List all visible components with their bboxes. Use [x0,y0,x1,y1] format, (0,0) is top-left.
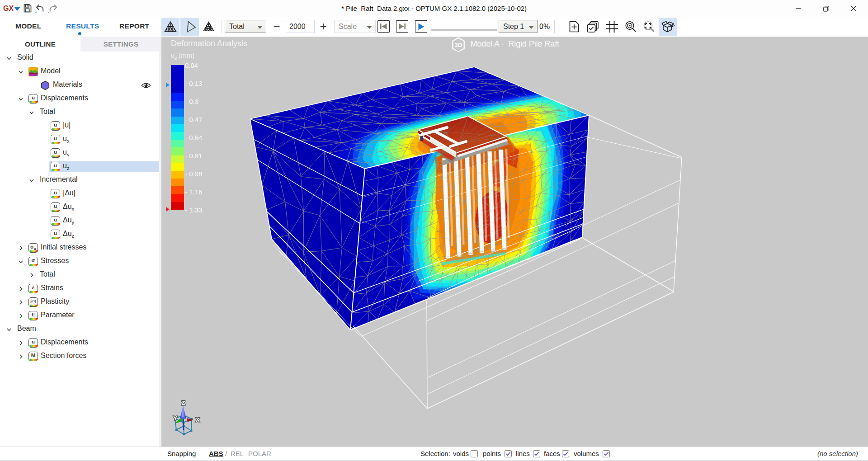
tree-item-label: Plasticity [41,297,69,306]
abs-rel-separator: / [225,447,227,461]
tree-item-label: Δuz [63,230,74,239]
tree-item-solid[interactable]: Solid [0,52,159,65]
show-elements-button[interactable] [161,18,179,36]
selection-filter-button[interactable] [584,18,602,36]
tree-item-uz[interactable]: uuz [0,160,159,174]
chevron-expanded-icon[interactable] [29,110,34,115]
deformation-scale-input[interactable]: 2000 [286,20,315,33]
tree-item-label: Solid [17,53,33,61]
chevron-collapsed-icon[interactable] [29,273,34,278]
tree-item-displacements[interactable]: uDisplacements [0,92,159,106]
plast-result-icon: ∫(σ) [28,297,38,307]
zoom-fit-button[interactable] [640,18,658,36]
selection-checkbox-points[interactable] [505,450,512,457]
zoom-selection-button[interactable] [621,18,640,36]
result-field-dropdown[interactable]: Total [225,20,266,33]
show-undeformed-mesh-button[interactable] [199,18,218,36]
chevron-down-icon [528,26,534,29]
tree-item-incremental[interactable]: Incremental [0,174,159,187]
chevron-collapsed-icon[interactable] [18,286,24,292]
chevron-expanded-icon[interactable] [18,96,24,102]
chevron-collapsed-icon[interactable] [18,313,24,319]
tab-settings[interactable]: SETTINGS [80,37,161,52]
chevron-collapsed-icon[interactable] [18,354,24,359]
tab-outline[interactable]: OUTLINE [0,37,80,52]
model-header: 3D Model A - Rigid Pile Raft [161,37,859,52]
legend-tick-label: - 0.98 [185,170,202,178]
play-button[interactable] [415,20,427,33]
chevron-collapsed-icon[interactable] [18,340,24,346]
tree-item-label: Materials [53,80,82,89]
legend-band [171,147,184,155]
close-button[interactable] [843,0,864,17]
tree-item-materials[interactable]: Materials [0,79,159,92]
tree-item-initial-stresses[interactable]: σoInitial stresses [0,241,159,255]
active-menu-indicator [78,32,81,35]
selection-checkbox-lines[interactable] [533,450,540,457]
tree-item--uy[interactable]: uΔuy [0,214,159,228]
tree-item--uz[interactable]: uΔuz [0,228,159,241]
tree-item-stresses[interactable]: σStresses [0,255,159,268]
selection-checkbox-faces[interactable] [562,450,569,457]
scale-mode-dropdown[interactable]: Scale [334,20,376,33]
scale-decrease-button[interactable]: − [270,20,283,33]
M-result-icon: M [28,352,38,361]
rel-mode-toggle[interactable]: REL [231,447,244,461]
new-view-button[interactable] [565,18,583,36]
tree-item-ux[interactable]: uux [0,133,159,146]
minimize-button[interactable] [788,0,809,17]
tree-item-plasticity[interactable]: ∫(σ)Plasticity [0,296,159,309]
snapping-toggle[interactable]: Snapping [167,447,196,461]
abs-mode-toggle[interactable]: ABS [209,447,223,461]
chevron-expanded-icon[interactable] [6,327,12,332]
scale-increase-button[interactable]: + [317,20,330,33]
tree-item-strains[interactable]: εStrains [0,282,159,296]
window-title: * Pile_Raft_Data 2.gxx - OPTUM GX 2.1.10… [0,0,868,17]
menu-results[interactable]: RESULTS [66,17,99,36]
polar-toggle[interactable]: POLAR [248,447,271,461]
tree-item-uy[interactable]: uuy [0,146,159,160]
legend-band [171,65,184,93]
grid-button[interactable] [603,18,621,36]
selection-type-label: voids [453,447,469,461]
selection-type-label: faces [544,447,560,461]
tree-item-beam[interactable]: Beam [0,323,159,336]
axis-x-label: X [196,416,200,423]
chevron-collapsed-icon[interactable] [18,245,24,251]
menu-model[interactable]: MODEL [15,17,41,36]
menu-report[interactable]: REPORT [119,17,149,36]
solids-display-button[interactable] [659,18,677,36]
tree-item-total[interactable]: Total [0,268,159,282]
show-deformed-solids-button[interactable] [180,18,199,36]
model-icon [28,67,38,76]
selection-checkbox-volumes[interactable] [603,450,610,457]
legend-marker-low [166,207,170,212]
viewport-3d[interactable]: Deformation Analysis 3D Model A - Rigid … [161,37,868,447]
3d-badge-icon: 3D [451,37,466,52]
chevron-collapsed-icon[interactable] [18,300,24,305]
tree-item-section-forces[interactable]: MSection forces [0,350,159,363]
visibility-eye-icon[interactable] [141,81,151,89]
tree-item-total[interactable]: Total [0,106,159,119]
legend-colorbar [171,65,184,210]
chevron-expanded-icon[interactable] [6,56,12,61]
skip-to-start-button[interactable] [377,20,390,33]
chevron-expanded-icon[interactable] [29,178,34,183]
step-dropdown[interactable]: Step 1 [499,20,538,33]
chevron-expanded-icon[interactable] [18,259,24,264]
step-slider-track[interactable] [431,29,497,31]
legend-band [171,202,184,210]
tree-item--ux[interactable]: uΔux [0,201,159,214]
param-result-icon: E [28,311,38,320]
tree-item-displacements[interactable]: uDisplacements [0,336,159,350]
tree-item-parameter[interactable]: EParameter [0,309,159,323]
selection-checkbox-voids[interactable] [471,450,478,457]
restore-button[interactable] [816,0,836,17]
chevron-expanded-icon[interactable] [18,69,24,75]
legend-tick-label: - 1.16 [185,188,202,196]
legend-band [171,179,184,186]
skip-to-end-button[interactable] [396,20,408,33]
tree-item-model[interactable]: Model [0,65,159,79]
tree-item--u-[interactable]: u|Δu| [0,187,159,201]
tree-item--u-[interactable]: u|u| [0,119,159,133]
